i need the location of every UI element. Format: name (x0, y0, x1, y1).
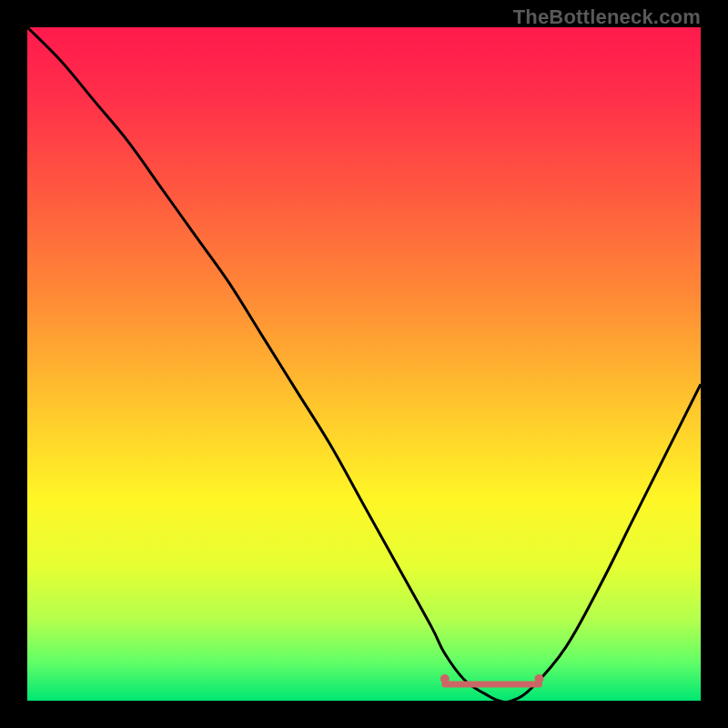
chart-frame (27, 27, 701, 701)
marker-range-start (440, 674, 450, 683)
marker-range-end (534, 674, 543, 683)
bottleneck-chart (27, 27, 701, 701)
watermark-text: TheBottleneck.com (513, 5, 701, 29)
chart-background-gradient (27, 27, 701, 701)
